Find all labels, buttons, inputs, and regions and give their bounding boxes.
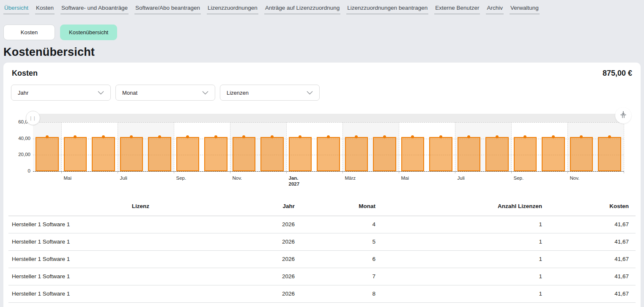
cell-lizenz: Hersteller 1 Software 1 [8, 302, 269, 307]
cell-jahr: 2026 [269, 233, 295, 250]
table-row: Hersteller 1 Software 120267141,67 [8, 268, 636, 285]
filter-label: Monat [122, 90, 137, 96]
bar-2027-04[interactable] [373, 137, 396, 171]
bar-2027-01[interactable] [289, 137, 312, 171]
kosten-card: Kosten 875,00 € JahrMonatLizenzen ||020,… [3, 63, 641, 307]
x-axis-label: Sep. [176, 175, 186, 181]
nav-tab-lizenzzuordnungen[interactable]: Lizenzzuordnungen [207, 5, 258, 14]
bar-2026-09[interactable] [176, 137, 200, 171]
cell-kosten: 41,67 [542, 250, 636, 268]
filter-dropdown-jahr[interactable]: Jahr [11, 85, 111, 101]
nav-tab-bersicht[interactable]: Übersicht [3, 5, 29, 14]
vertical-gridline [61, 122, 62, 171]
bar-2027-06[interactable] [429, 137, 452, 171]
column-header-jahr: Jahr [269, 197, 295, 216]
nav-tab-lizenzzuordnungen-beantragen[interactable]: Lizenzzuordnungen beantragen [346, 5, 428, 14]
y-axis-label: 0 [5, 168, 30, 174]
bar-2027-07[interactable] [458, 137, 481, 171]
bar-2027-03[interactable] [345, 137, 368, 171]
chart-zoom-scrollbar[interactable] [33, 114, 624, 122]
kosten-button[interactable]: Kosten [3, 25, 55, 40]
kosten-bersicht-button[interactable]: Kostenübersicht [60, 25, 117, 40]
cell-monat: 5 [295, 233, 375, 250]
cell-lizenz: Hersteller 1 Software 1 [8, 216, 269, 233]
filter-label: Lizenzen [227, 90, 249, 96]
bar-2026-07[interactable] [120, 137, 143, 171]
vertical-gridline [399, 122, 399, 171]
bar-2027-10[interactable] [542, 137, 565, 171]
cell-kosten: 41,67 [542, 233, 636, 250]
x-axis-label: Juli [458, 175, 465, 181]
x-axis-label: März [345, 175, 356, 181]
x-axis-label: Juli [120, 175, 127, 181]
chevron-down-icon [98, 90, 104, 96]
bar-2027-09[interactable] [514, 137, 537, 171]
cell-jahr: 2026 [269, 285, 295, 302]
table-row: Hersteller 1 Software 120266141,67 [8, 250, 636, 268]
vertical-gridline [455, 122, 455, 171]
cell-jahr: 2026 [269, 302, 295, 307]
cell-kosten: 41,67 [542, 216, 636, 233]
nav-tab-software-und-aboantr-ge[interactable]: Software- und Aboanträge [60, 5, 129, 14]
vertical-gridline [511, 122, 512, 171]
vertical-gridline [624, 122, 624, 171]
x-axis-label: Sep. [514, 175, 524, 181]
bar-2027-12[interactable] [598, 137, 621, 171]
cell-jahr: 2026 [269, 250, 295, 268]
x-axis-label: Mai [401, 175, 409, 181]
cell-anzahl-lizenzen: 1 [375, 268, 542, 285]
bar-2026-04[interactable] [36, 137, 59, 171]
bar-2027-11[interactable] [570, 137, 593, 171]
x-axis-label: Nov. [233, 175, 242, 181]
vertical-gridline [286, 122, 287, 171]
bar-2026-05[interactable] [64, 137, 87, 171]
bar-2026-08[interactable] [148, 137, 171, 171]
cell-monat: 7 [295, 268, 375, 285]
vertical-gridline [343, 122, 343, 171]
nav-tab-software-abo-beantragen[interactable]: Software/Abo beantragen [134, 5, 201, 14]
x-axis-label: Jan.2027 [289, 175, 300, 187]
x-axis-label: Mai [64, 175, 72, 181]
table-row: Hersteller 1 Software 120264141,67 [8, 216, 636, 233]
nav-tab-verwaltung[interactable]: Verwaltung [510, 5, 540, 14]
vertical-gridline [567, 122, 568, 171]
column-header-lizenz: Lizenz [8, 197, 269, 216]
card-title: Kosten [12, 69, 38, 78]
bar-2027-02[interactable] [317, 137, 340, 171]
cell-jahr: 2026 [269, 268, 295, 285]
column-header-anzahl-lizenzen: Anzahl Lizenzen [375, 197, 542, 216]
bar-2026-11[interactable] [233, 137, 256, 171]
scrollbar-grip[interactable]: || [26, 111, 40, 125]
download-icon [619, 111, 628, 120]
bar-2026-10[interactable] [204, 137, 227, 171]
vertical-gridline [230, 122, 230, 171]
nav-tab-externe-benutzer[interactable]: Externe Benutzer [434, 5, 480, 14]
bar-2027-08[interactable] [485, 137, 509, 171]
bar-2026-06[interactable] [92, 137, 115, 171]
table-body: Hersteller 1 Software 120264141,67Herste… [8, 216, 636, 307]
cell-anzahl-lizenzen: 1 [375, 250, 542, 268]
cell-lizenz: Hersteller 1 Software 1 [8, 250, 269, 268]
cell-anzahl-lizenzen: 1 [375, 233, 542, 250]
cell-lizenz: Hersteller 1 Software 1 [8, 268, 269, 285]
bar-2026-12[interactable] [260, 137, 284, 171]
cell-monat: 4 [295, 216, 375, 233]
table-row: Hersteller 1 Software 120269141,67 [8, 302, 636, 307]
nav-tab-antr-ge-auf-lizenzzuordnung[interactable]: Anträge auf Lizenzzuordnung [264, 5, 340, 14]
bar-2027-05[interactable] [401, 137, 425, 171]
nav-tab-archiv[interactable]: Archiv [486, 5, 504, 14]
filter-dropdown-monat[interactable]: Monat [115, 85, 215, 101]
table-header-row: LizenzJahrMonatAnzahl LizenzenKosten [8, 197, 636, 216]
export-menu-button[interactable] [615, 107, 631, 123]
vertical-gridline [174, 122, 174, 171]
cell-anzahl-lizenzen: 1 [375, 285, 542, 302]
cell-kosten: 41,67 [542, 268, 636, 285]
cell-monat: 8 [295, 285, 375, 302]
filter-label: Jahr [18, 90, 28, 96]
filter-dropdown-lizenzen[interactable]: Lizenzen [220, 85, 320, 101]
chevron-down-icon [307, 90, 313, 96]
column-header-monat: Monat [295, 197, 375, 216]
horizontal-gridline [33, 122, 624, 123]
cell-kosten: 41,67 [542, 285, 636, 302]
nav-tab-kosten[interactable]: Kosten [35, 5, 55, 14]
